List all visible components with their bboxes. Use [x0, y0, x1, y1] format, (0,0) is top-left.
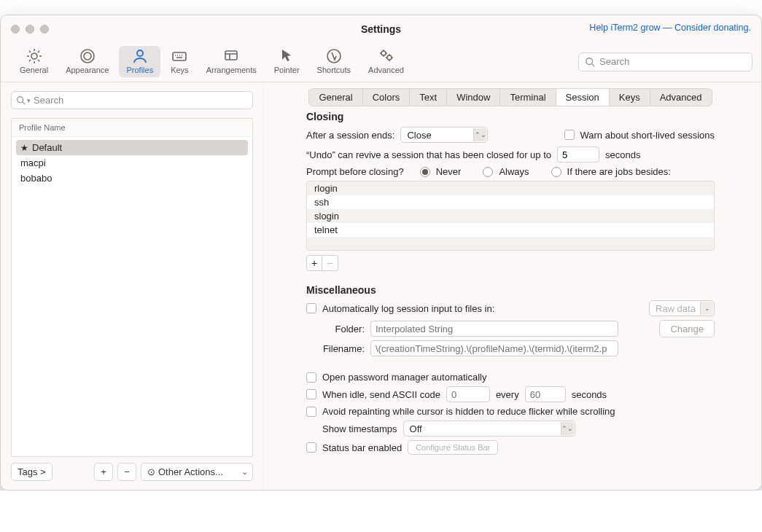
- add-profile-button[interactable]: +: [94, 463, 113, 481]
- settings-window: Settings Help iTerm2 grow — Consider don…: [0, 15, 762, 490]
- prompt-before-closing-label: Prompt before closing?: [306, 166, 404, 177]
- svg-point-3: [137, 50, 143, 56]
- profile-list: Profile Name ★ Default macpi bobabo: [11, 118, 253, 457]
- toolbar-advanced[interactable]: Advanced: [361, 46, 411, 77]
- undo-revive-label-post: seconds: [605, 149, 640, 160]
- open-password-manager-checkbox[interactable]: [306, 372, 316, 383]
- show-timestamps-label: Show timestamps: [322, 423, 397, 434]
- status-bar-checkbox[interactable]: [306, 442, 316, 453]
- profile-row[interactable]: bobabo: [12, 171, 252, 186]
- search-icon: [16, 95, 26, 105]
- warn-short-lived-checkbox[interactable]: [564, 130, 575, 140]
- idle-code-field[interactable]: [446, 386, 490, 402]
- log-format-select[interactable]: Raw data⌄: [649, 300, 715, 316]
- filename-label: Filename:: [306, 343, 365, 354]
- tab-text[interactable]: Text: [410, 89, 447, 106]
- job-row[interactable]: ssh: [307, 195, 714, 209]
- undo-revive-label-pre: “Undo” can revive a session that has bee…: [306, 149, 551, 160]
- configure-status-bar-button[interactable]: Configure Status Bar: [408, 440, 498, 455]
- autolog-checkbox[interactable]: [306, 303, 316, 313]
- remove-profile-button[interactable]: −: [117, 463, 136, 481]
- prompt-never-radio[interactable]: [420, 167, 430, 177]
- svg-point-7: [381, 51, 386, 55]
- closing-heading: Closing: [306, 111, 715, 122]
- warn-short-lived-label: Warn about short-lived sessions: [580, 130, 715, 141]
- job-row[interactable]: rlogin: [307, 181, 714, 195]
- prompt-jobs-radio[interactable]: [551, 167, 561, 177]
- profile-search[interactable]: ▾ Search: [11, 91, 253, 109]
- show-timestamps-select[interactable]: Off⌃⌄: [403, 420, 575, 437]
- search-icon: [585, 57, 595, 67]
- log-filename-field[interactable]: [370, 340, 618, 356]
- toolbar-general[interactable]: General: [12, 46, 55, 77]
- toolbar-arrangements[interactable]: Arrangements: [199, 46, 264, 77]
- toolbar-search[interactable]: Search: [578, 52, 753, 71]
- ellipsis-icon: ⊙: [147, 466, 155, 477]
- svg-point-0: [31, 53, 37, 59]
- idle-every-field[interactable]: [525, 386, 566, 402]
- idle-send-checkbox[interactable]: [306, 389, 316, 399]
- svg-rect-4: [173, 52, 186, 60]
- profile-sidebar: ▾ Search Profile Name ★ Default macpi bo…: [1, 82, 263, 490]
- svg-rect-5: [225, 51, 237, 60]
- toolbar-profiles[interactable]: Profiles: [119, 46, 160, 77]
- toolbar-pointer[interactable]: Pointer: [267, 46, 307, 77]
- toolbar-keys[interactable]: Keys: [163, 46, 195, 77]
- profile-row[interactable]: macpi: [12, 155, 252, 171]
- log-folder-field[interactable]: [370, 321, 618, 337]
- profile-row-default[interactable]: ★ Default: [16, 140, 248, 155]
- undo-seconds-field[interactable]: [557, 146, 599, 163]
- remove-job-button[interactable]: −: [322, 255, 338, 271]
- toolbar-appearance[interactable]: Appearance: [58, 46, 116, 77]
- chevron-down-icon: ▾: [27, 97, 31, 104]
- open-password-manager-label: Open password manager automatically: [322, 372, 486, 383]
- jobs-list[interactable]: rlogin ssh slogin telnet: [306, 181, 715, 251]
- profile-detail: General Colors Text Window Terminal Sess…: [263, 82, 761, 490]
- change-folder-button[interactable]: Change: [659, 320, 715, 337]
- job-row[interactable]: telnet: [307, 223, 714, 237]
- add-job-button[interactable]: +: [306, 255, 322, 271]
- job-row-empty: [307, 237, 714, 250]
- avoid-repaint-checkbox[interactable]: [306, 407, 316, 417]
- job-row[interactable]: slogin: [307, 209, 714, 223]
- tags-button[interactable]: Tags >: [11, 463, 53, 481]
- toolbar-shortcuts[interactable]: Shortcuts: [310, 46, 358, 77]
- folder-label: Folder:: [306, 324, 365, 335]
- svg-point-9: [586, 58, 593, 64]
- tab-general[interactable]: General: [309, 89, 362, 106]
- avoid-repaint-label: Avoid repainting while cursor is hidden …: [322, 406, 615, 417]
- preferences-toolbar: General Appearance Profiles Keys Arrange…: [1, 43, 761, 82]
- misc-heading: Miscellaneous: [306, 284, 715, 296]
- svg-point-1: [84, 52, 91, 60]
- after-session-ends-select[interactable]: Close⌃⌄: [400, 127, 488, 143]
- tab-colors[interactable]: Colors: [363, 89, 411, 106]
- tab-session[interactable]: Session: [556, 89, 610, 106]
- tab-advanced[interactable]: Advanced: [650, 89, 712, 106]
- other-actions-menu[interactable]: ⊙ Other Actions...: [141, 463, 253, 481]
- status-bar-label: Status bar enabled: [322, 442, 402, 453]
- profile-tabs: General Colors Text Window Terminal Sess…: [308, 88, 712, 106]
- donate-link[interactable]: Help iTerm2 grow — Consider donating.: [589, 23, 751, 33]
- svg-point-6: [327, 50, 341, 63]
- star-icon: ★: [20, 143, 28, 153]
- svg-point-2: [81, 50, 94, 63]
- tab-terminal[interactable]: Terminal: [500, 89, 556, 106]
- tab-window[interactable]: Window: [447, 89, 500, 106]
- title-bar: Settings Help iTerm2 grow — Consider don…: [1, 15, 761, 43]
- after-session-ends-label: After a session ends:: [306, 130, 394, 141]
- svg-point-11: [18, 97, 23, 103]
- prompt-always-radio[interactable]: [483, 167, 493, 177]
- svg-line-12: [23, 102, 25, 104]
- autolog-label: Automatically log session input to files…: [322, 303, 494, 314]
- profile-list-header: Profile Name: [12, 119, 252, 137]
- svg-line-10: [592, 63, 595, 66]
- svg-point-8: [387, 55, 392, 60]
- idle-send-label: When idle, send ASCII code: [322, 389, 440, 400]
- tab-keys[interactable]: Keys: [610, 89, 650, 106]
